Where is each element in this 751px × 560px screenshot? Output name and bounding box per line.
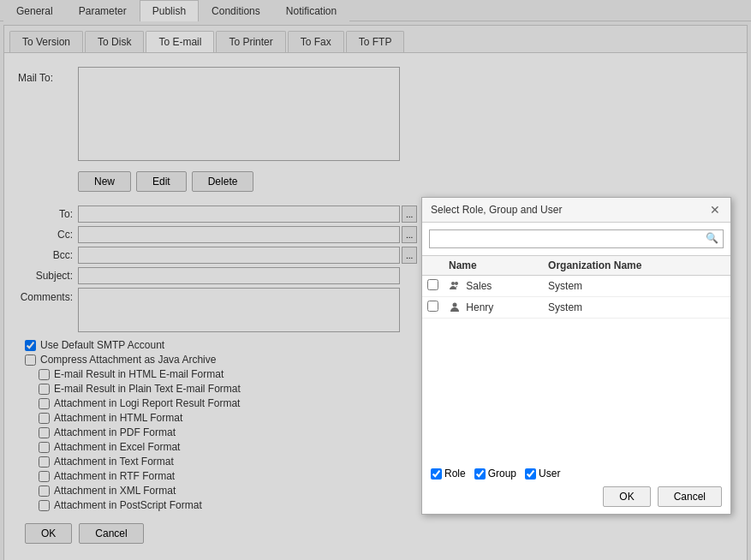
row-2-checkbox[interactable]	[427, 301, 438, 312]
select-role-group-user-dialog: Select Role, Group and User ✕ 🔍 Name Org…	[421, 197, 731, 515]
dialog-cancel-button[interactable]: Cancel	[658, 486, 722, 507]
group-icon	[449, 280, 461, 292]
dialog-footer-checkboxes: Role Group User	[431, 468, 722, 480]
role-checkbox[interactable]	[431, 468, 442, 480]
user-label: User	[539, 468, 560, 480]
dialog-ok-button[interactable]: OK	[603, 486, 650, 507]
select-col-header	[422, 256, 444, 276]
svg-point-2	[453, 303, 457, 307]
user-checkbox[interactable]	[525, 468, 536, 480]
search-wrapper: 🔍	[429, 229, 724, 248]
row-2-checkbox-cell	[422, 297, 444, 319]
role-checkbox-label[interactable]: Role	[431, 468, 466, 480]
group-checkbox-label[interactable]: Group	[474, 468, 516, 480]
table-row: Sales System	[422, 276, 730, 297]
name-col-header: Name	[444, 256, 543, 276]
user-icon	[449, 301, 461, 313]
row-1-org-cell: System	[543, 276, 730, 297]
row-1-name-cell: Sales	[444, 276, 543, 297]
search-icon: 🔍	[706, 232, 718, 244]
row-2-org-cell: System	[543, 297, 730, 319]
dialog-search-input[interactable]	[429, 229, 724, 248]
row-1-checkbox[interactable]	[427, 279, 438, 290]
dialog-title-bar: Select Role, Group and User ✕	[422, 198, 730, 223]
group-checkbox[interactable]	[474, 468, 486, 480]
row-2-name-cell: Henry	[444, 297, 543, 319]
row-checkbox-cell	[422, 276, 444, 297]
table-row: Henry System	[422, 297, 730, 319]
group-label: Group	[488, 468, 516, 480]
role-label: Role	[444, 468, 466, 480]
dialog-footer: Role Group User OK Cancel	[422, 461, 730, 514]
dialog-buttons: OK Cancel	[431, 486, 722, 507]
dialog-table: Name Organization Name	[422, 256, 730, 319]
dialog-search-area: 🔍	[422, 223, 730, 255]
svg-point-1	[455, 282, 458, 285]
svg-point-0	[451, 282, 455, 285]
org-col-header: Organization Name	[543, 256, 730, 276]
user-checkbox-label[interactable]: User	[525, 468, 560, 480]
dialog-close-button[interactable]: ✕	[708, 203, 722, 217]
dialog-table-wrap: Name Organization Name	[422, 255, 730, 461]
dialog-title: Select Role, Group and User	[431, 204, 562, 216]
